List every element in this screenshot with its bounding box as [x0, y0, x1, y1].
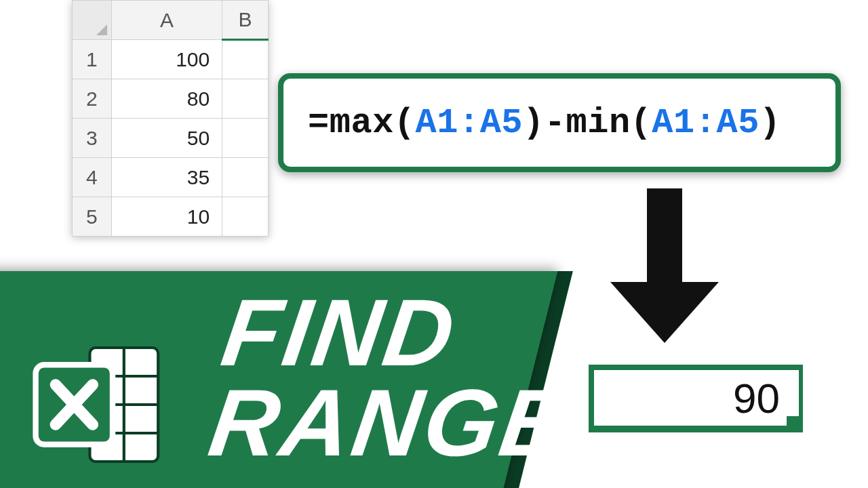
arrow-down-icon: [610, 188, 719, 344]
select-all-corner[interactable]: [73, 1, 112, 40]
banner-content: [27, 333, 170, 476]
column-header-b[interactable]: B: [222, 1, 269, 40]
cell-b5[interactable]: [222, 197, 269, 237]
spreadsheet-table[interactable]: A B 1 100 2 80 3 50 4 35: [72, 0, 269, 237]
row-header-4[interactable]: 4: [73, 158, 112, 197]
formula-text: =max(A1:A5)-min(A1:A5): [308, 103, 781, 143]
banner-title: FIND RANGE: [204, 287, 586, 468]
table-row[interactable]: 2 80: [73, 79, 269, 119]
result-cell[interactable]: 90: [589, 365, 803, 432]
row-header-5[interactable]: 5: [73, 197, 112, 237]
cell-b3[interactable]: [222, 119, 269, 158]
cell-a5[interactable]: 10: [111, 197, 222, 237]
result-value: 90: [733, 374, 780, 422]
cell-a2[interactable]: 80: [111, 79, 222, 119]
row-header-2[interactable]: 2: [73, 79, 112, 119]
cell-b4[interactable]: [222, 158, 269, 197]
cell-b2[interactable]: [222, 79, 269, 119]
row-header-3[interactable]: 3: [73, 119, 112, 158]
table-row[interactable]: 3 50: [73, 119, 269, 158]
table-row[interactable]: 5 10: [73, 197, 269, 237]
excel-icon: [27, 333, 170, 476]
cell-a4[interactable]: 35: [111, 158, 222, 197]
table-row[interactable]: 4 35: [73, 158, 269, 197]
formula-callout: =max(A1:A5)-min(A1:A5): [278, 73, 841, 172]
column-header-a[interactable]: A: [111, 1, 222, 40]
table-row[interactable]: 1 100: [73, 40, 269, 79]
cell-a1[interactable]: 100: [111, 40, 222, 79]
cell-a3[interactable]: 50: [111, 119, 222, 158]
row-header-1[interactable]: 1: [73, 40, 112, 79]
cell-b1[interactable]: [222, 40, 269, 79]
spreadsheet-grid[interactable]: A B 1 100 2 80 3 50 4 35: [72, 0, 269, 237]
